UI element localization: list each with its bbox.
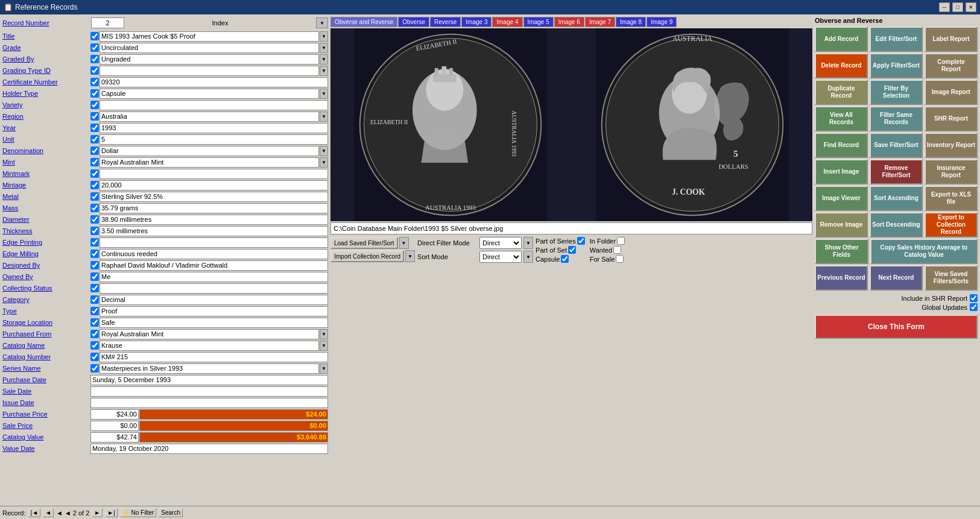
part-of-series-checkbox[interactable] — [577, 237, 585, 245]
save-filter-sort-button[interactable]: Save Filter/Sort — [870, 133, 923, 158]
search-nav[interactable]: Search — [159, 508, 183, 517]
denomination-label[interactable]: Denomination — [2, 147, 90, 154]
apply-filter-sort-button[interactable]: Apply Filter/Sort — [870, 53, 923, 78]
metal-label[interactable]: Metal — [2, 193, 90, 200]
edit-filter-sort-button[interactable]: Edit Filter/Sort — [870, 27, 923, 52]
grading-type-label[interactable]: Grading Type ID — [2, 67, 90, 74]
year-checkbox[interactable] — [90, 124, 99, 132]
include-shr-checkbox[interactable] — [970, 294, 978, 302]
add-record-button[interactable]: Add Record — [815, 27, 868, 52]
shr-report-button[interactable]: SHR Report — [925, 106, 978, 131]
next-record-nav[interactable]: ► — [92, 508, 103, 517]
storage-location-checkbox[interactable] — [90, 318, 99, 327]
sort-mode-arrow[interactable]: ▼ — [523, 251, 533, 263]
import-collection-dropdown[interactable]: ▼ — [405, 250, 415, 262]
view-all-records-button[interactable]: View All Records — [815, 106, 868, 131]
part-of-set-checkbox[interactable] — [568, 246, 576, 254]
tab-image7[interactable]: Image 7 — [585, 17, 615, 27]
catalog-name-label[interactable]: Catalog Name — [2, 342, 90, 349]
purchased-from-checkbox[interactable] — [90, 330, 99, 338]
close-button[interactable]: ✕ — [966, 2, 976, 12]
region-dropdown[interactable]: ▼ — [320, 112, 328, 122]
catalog-value-label[interactable]: Catalog Value — [2, 433, 90, 441]
graded-by-dropdown[interactable]: ▼ — [320, 54, 328, 64]
image-viewer-button[interactable]: Image Viewer — [815, 186, 868, 211]
find-record-button[interactable]: Find Record — [815, 133, 868, 158]
export-xls-button[interactable]: Export to XLS file — [925, 186, 978, 211]
category-label[interactable]: Category — [2, 296, 90, 303]
for-sale-checkbox[interactable] — [616, 255, 624, 263]
load-saved-dropdown[interactable]: ▼ — [399, 237, 409, 249]
tab-image8[interactable]: Image 8 — [616, 17, 646, 27]
first-record-nav[interactable]: |◄ — [28, 508, 41, 517]
grading-type-dropdown[interactable]: ▼ — [320, 66, 328, 76]
series-name-label[interactable]: Series Name — [2, 365, 90, 372]
capsule-checkbox[interactable] — [561, 255, 569, 263]
mint-label[interactable]: Mint — [2, 159, 90, 166]
close-form-button[interactable]: Close This Form — [815, 315, 978, 339]
designed-by-label[interactable]: Designed By — [2, 262, 90, 269]
diameter-checkbox[interactable] — [90, 215, 99, 224]
holder-type-label[interactable]: Holder Type — [2, 90, 90, 97]
sort-mode-select[interactable]: Direct — [479, 251, 522, 263]
variety-checkbox[interactable] — [90, 101, 99, 109]
inventory-report-button[interactable]: Inventory Report — [925, 133, 978, 158]
mint-dropdown[interactable]: ▼ — [320, 157, 328, 168]
show-other-fields-button[interactable]: Show Other Fields — [815, 239, 868, 264]
purchased-from-label[interactable]: Purchased From — [2, 330, 90, 338]
copy-sales-history-button[interactable]: Copy Sales History Average to Catalog Va… — [870, 239, 978, 264]
title-checkbox[interactable] — [90, 32, 99, 40]
title-label[interactable]: Title — [2, 33, 90, 40]
sale-price-label[interactable]: Sale Price — [2, 422, 90, 429]
insurance-report-button[interactable]: Insurance Report — [925, 159, 978, 184]
mintmark-checkbox[interactable] — [90, 169, 99, 178]
catalog-name-checkbox[interactable] — [90, 341, 99, 350]
mass-checkbox[interactable] — [90, 204, 99, 212]
owned-by-checkbox[interactable] — [90, 272, 99, 281]
purchased-from-dropdown[interactable]: ▼ — [320, 329, 328, 339]
tab-image9[interactable]: Image 9 — [646, 17, 677, 27]
no-filter-nav[interactable]: ⚡ No Filter — [120, 508, 157, 517]
mintage-checkbox[interactable] — [90, 181, 99, 189]
year-label[interactable]: Year — [2, 124, 90, 131]
collecting-status-label[interactable]: Collecting Status — [2, 285, 90, 292]
unit-checkbox[interactable] — [90, 135, 99, 143]
value-date-label[interactable]: Value Date — [2, 445, 90, 452]
catalog-number-label[interactable]: Catalog Number — [2, 353, 90, 360]
denomination-dropdown[interactable]: ▼ — [320, 146, 328, 156]
thickness-checkbox[interactable] — [90, 227, 99, 235]
cert-num-checkbox[interactable] — [90, 78, 99, 86]
in-folder-checkbox[interactable] — [617, 237, 625, 245]
minimize-button[interactable]: ─ — [939, 2, 950, 12]
mintmark-label[interactable]: Mintmark — [2, 170, 90, 177]
purchase-price-label[interactable]: Purchase Price — [2, 410, 90, 418]
denomination-checkbox[interactable] — [90, 146, 99, 155]
prev-record-nav[interactable]: ◄ — [43, 508, 54, 517]
remove-image-button[interactable]: Remove Image — [815, 212, 868, 237]
type-label[interactable]: Type — [2, 307, 90, 315]
export-collection-button[interactable]: Export to Collection Record — [925, 212, 978, 237]
maximize-button[interactable]: □ — [952, 2, 963, 12]
direct-filter-arrow[interactable]: ▼ — [523, 237, 533, 249]
record-number-input[interactable] — [91, 17, 124, 28]
tab-obverse[interactable]: Obverse — [398, 17, 429, 27]
holder-type-checkbox[interactable] — [90, 89, 99, 98]
edge-printing-label[interactable]: Edge Printing — [2, 239, 90, 246]
thickness-label[interactable]: Thickness — [2, 227, 90, 234]
tab-reverse[interactable]: Reverse — [430, 17, 461, 27]
collecting-status-checkbox[interactable] — [90, 284, 99, 292]
record-number-label[interactable]: Record Number — [2, 19, 90, 27]
sort-descending-button[interactable]: Sort Descending — [870, 212, 923, 237]
direct-filter-select[interactable]: Direct — [479, 237, 522, 249]
wanted-checkbox[interactable] — [613, 246, 621, 254]
grade-label[interactable]: Grade — [2, 44, 90, 51]
metal-checkbox[interactable] — [90, 192, 99, 201]
global-updates-checkbox[interactable] — [970, 303, 978, 311]
tab-image3[interactable]: Image 3 — [461, 17, 492, 27]
grading-type-checkbox[interactable] — [90, 66, 99, 75]
delete-record-button[interactable]: Delete Record — [815, 53, 868, 78]
remove-filter-sort-button[interactable]: Remove Filter/Sort — [870, 159, 923, 184]
purchase-date-label[interactable]: Purchase Date — [2, 376, 90, 383]
series-name-dropdown[interactable]: ▼ — [320, 363, 328, 374]
mass-label[interactable]: Mass — [2, 204, 90, 212]
